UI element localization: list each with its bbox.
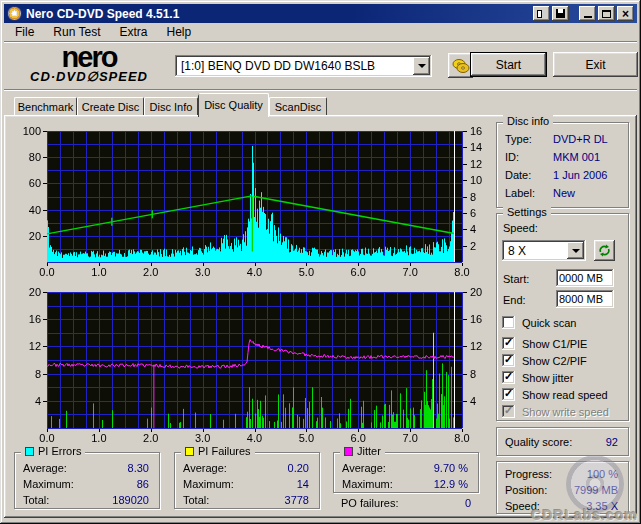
exit-button[interactable]: Exit xyxy=(553,52,638,77)
pie-average-label: Average: xyxy=(23,462,67,474)
menu-bar: File Run Test Extra Help xyxy=(4,23,637,41)
show-c2-pif-checkbox[interactable] xyxy=(502,354,515,367)
checkbox-show-read-speed[interactable]: Show read speed xyxy=(502,388,608,401)
menu-file[interactable]: File xyxy=(10,24,39,41)
disc-date-value: 1 Jun 2006 xyxy=(553,169,607,181)
tab-scandisc[interactable]: ScanDisc xyxy=(269,97,327,115)
show-jitter-checkbox[interactable] xyxy=(502,371,515,384)
disc-id-label: ID: xyxy=(505,151,519,163)
tab-create-disc[interactable]: Create Disc xyxy=(77,97,144,115)
pie-total-label: Total: xyxy=(23,494,49,506)
start-button-label: Start xyxy=(496,58,521,72)
show-c1-pie-checkbox[interactable] xyxy=(502,337,515,350)
maximize-button[interactable] xyxy=(598,6,615,21)
end-position-label: End: xyxy=(503,294,526,306)
pif-average-value: 0.20 xyxy=(288,462,309,474)
disc-id-value: MKM 001 xyxy=(553,151,600,163)
disc-date-label: Date: xyxy=(505,169,531,181)
show-read-speed-label: Show read speed xyxy=(522,389,608,401)
pi-errors-title: PI Errors xyxy=(38,445,81,457)
start-position-input[interactable] xyxy=(556,269,614,287)
pi-errors-group: PI Errors Average:8.30 Maximum:86 Total:… xyxy=(14,452,160,509)
end-position-input[interactable] xyxy=(556,290,614,308)
show-write-speed-label: Show write speed xyxy=(522,406,609,418)
pi-failures-swatch xyxy=(185,447,194,456)
copy-screenshot-button[interactable] xyxy=(533,6,550,21)
checkbox-show-c1-pie[interactable]: Show C1/PIE xyxy=(502,337,587,350)
speed-select[interactable]: 8 X xyxy=(502,240,586,261)
position-value: 7999 MB xyxy=(574,484,618,496)
pie-maximum-value: 86 xyxy=(137,478,149,490)
show-c1-pie-label: Show C1/PIE xyxy=(522,338,587,350)
save-screenshot-button[interactable] xyxy=(552,6,569,21)
checkbox-show-c2-pif[interactable]: Show C2/PIF xyxy=(502,354,587,367)
refresh-button[interactable] xyxy=(594,240,615,261)
title-bar[interactable]: Nero CD-DVD Speed 4.51.1 × xyxy=(4,4,637,23)
disc-info-title: Disc info xyxy=(503,115,553,127)
jitter-average-value: 9.70 % xyxy=(434,462,468,474)
progress-group: Progress:100 % Position:7999 MB Speed:3.… xyxy=(496,461,629,514)
start-button[interactable]: Start xyxy=(470,52,547,77)
close-icon: × xyxy=(622,9,629,19)
show-read-speed-checkbox[interactable] xyxy=(502,388,515,401)
pie-maximum-label: Maximum: xyxy=(23,478,74,490)
minimize-button[interactable] xyxy=(579,6,596,21)
pi-errors-swatch xyxy=(25,447,34,456)
jitter-group: Jitter Average:9.70 % Maximum:12.9 % xyxy=(333,452,479,493)
menu-help[interactable]: Help xyxy=(162,24,197,41)
menu-extra[interactable]: Extra xyxy=(114,24,152,41)
tab-benchmark[interactable]: Benchmark xyxy=(14,97,77,115)
pif-maximum-value: 14 xyxy=(297,478,309,490)
po-failures-row: PO failures: 0 xyxy=(341,497,471,509)
checkbox-quick-scan[interactable]: Quick scan xyxy=(502,316,576,329)
pif-total-label: Total: xyxy=(183,494,209,506)
show-write-speed-checkbox xyxy=(502,405,515,418)
settings-title: Settings xyxy=(503,206,551,218)
drive-select[interactable]: [1:0] BENQ DVD DD DW1640 BSLB xyxy=(175,55,432,77)
show-jitter-label: Show jitter xyxy=(522,372,573,384)
pi-failures-title: PI Failures xyxy=(198,445,251,457)
quick-scan-label: Quick scan xyxy=(522,317,576,329)
pie-average-value: 8.30 xyxy=(128,462,149,474)
po-failures-value: 0 xyxy=(465,497,471,509)
start-position-label: Start: xyxy=(503,273,529,285)
jitter-swatch xyxy=(344,447,353,456)
minimize-icon xyxy=(584,16,592,18)
jitter-average-label: Average: xyxy=(342,462,386,474)
maximize-icon xyxy=(602,10,611,18)
tab-disc-quality[interactable]: Disc Quality xyxy=(198,93,269,117)
nero-logo: nero CD·DVD∅SPEED xyxy=(14,45,164,83)
drive-select-value: [1:0] BENQ DVD DD DW1640 BSLB xyxy=(175,59,411,73)
checkbox-show-jitter[interactable]: Show jitter xyxy=(502,371,573,384)
disc-label-value: New xyxy=(553,187,575,199)
pi-errors-chart xyxy=(12,120,486,281)
jitter-title: Jitter xyxy=(357,445,381,457)
show-c2-pif-label: Show C2/PIF xyxy=(522,355,587,367)
refresh-icon xyxy=(598,244,611,257)
pi-failures-group: PI Failures Average:0.20 Maximum:14 Tota… xyxy=(174,452,320,509)
cd-dvd-speed-logo-text: CD·DVD∅SPEED xyxy=(14,70,164,83)
pie-total-value: 189020 xyxy=(112,494,149,506)
quick-scan-checkbox[interactable] xyxy=(502,316,515,329)
jitter-maximum-label: Maximum: xyxy=(342,478,393,490)
progress-label: Progress: xyxy=(505,468,552,480)
speed-status-label: Speed: xyxy=(505,500,540,512)
copy-screenshot-icon xyxy=(537,10,546,18)
speed-select-value: 8 X xyxy=(502,244,565,258)
app-icon xyxy=(7,6,22,21)
disc-label-label: Label: xyxy=(505,187,535,199)
exit-button-label: Exit xyxy=(585,58,605,72)
jitter-maximum-value: 12.9 % xyxy=(434,478,468,490)
menu-run-test[interactable]: Run Test xyxy=(48,24,105,41)
disc-type-value: DVD+R DL xyxy=(553,133,608,145)
close-button[interactable]: × xyxy=(617,6,634,21)
quality-score-group: Quality score: 92 xyxy=(496,427,629,456)
pif-average-label: Average: xyxy=(183,462,227,474)
drive-select-dropdown-button[interactable] xyxy=(413,57,430,75)
po-failures-label: PO failures: xyxy=(341,497,398,509)
speed-status-value: 3.35 X xyxy=(586,500,618,512)
chevron-down-icon xyxy=(572,249,580,253)
tab-disc-info[interactable]: Disc Info xyxy=(144,97,198,115)
speed-select-dropdown-button[interactable] xyxy=(567,242,584,259)
quality-score-label: Quality score: xyxy=(505,436,572,448)
